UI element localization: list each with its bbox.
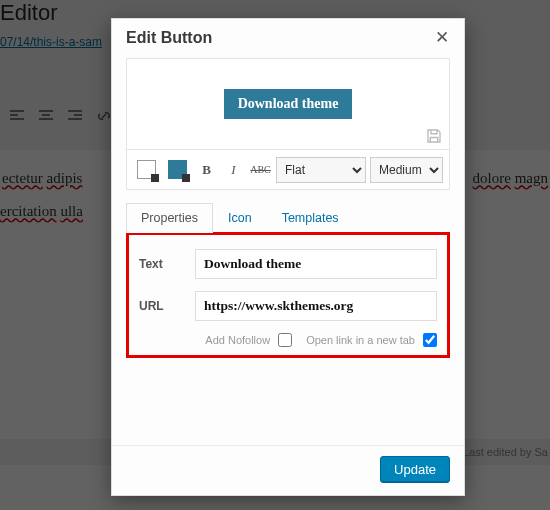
url-label: URL: [139, 299, 195, 313]
tab-properties[interactable]: Properties: [126, 203, 213, 233]
button-preview: Download theme: [126, 58, 450, 150]
strikethrough-button[interactable]: ABC: [249, 158, 272, 182]
background-color-swatch[interactable]: [137, 160, 156, 179]
text-input[interactable]: [195, 249, 437, 279]
tab-templates[interactable]: Templates: [267, 203, 354, 233]
tab-icon[interactable]: Icon: [213, 203, 267, 233]
url-input[interactable]: [195, 291, 437, 321]
update-button[interactable]: Update: [380, 456, 450, 483]
style-toolbar: B I ABC Flat Medium: [126, 150, 450, 190]
edit-button-modal: Edit Button ✕ Download theme B I ABC: [111, 18, 465, 496]
bold-button[interactable]: B: [195, 158, 218, 182]
style-select[interactable]: Flat: [276, 157, 366, 183]
close-icon[interactable]: ✕: [432, 27, 452, 48]
text-label: Text: [139, 257, 195, 271]
newtab-checkbox[interactable]: [423, 333, 437, 347]
nofollow-checkbox[interactable]: [278, 333, 292, 347]
text-color-swatch[interactable]: [168, 160, 187, 179]
modal-title: Edit Button: [126, 29, 212, 47]
italic-button[interactable]: I: [222, 158, 245, 182]
newtab-label: Open link in a new tab: [306, 334, 415, 346]
nofollow-label: Add Nofollow: [205, 334, 270, 346]
properties-panel: Text URL Add Nofollow Open link in a new…: [126, 232, 450, 358]
tabs: Properties Icon Templates: [126, 202, 450, 233]
preview-button: Download theme: [224, 89, 353, 119]
size-select[interactable]: Medium: [370, 157, 443, 183]
save-icon[interactable]: [425, 127, 443, 145]
